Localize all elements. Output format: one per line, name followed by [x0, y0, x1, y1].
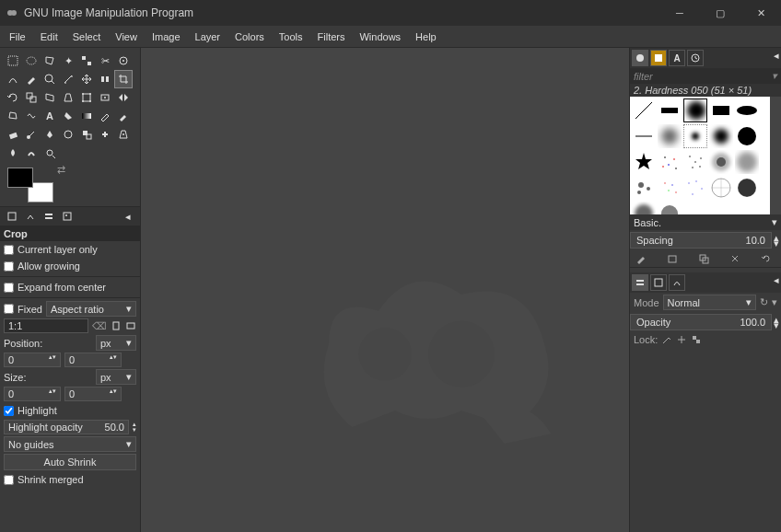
tool-blur[interactable]: [4, 144, 22, 162]
tool-pencil[interactable]: [96, 107, 114, 125]
tool-cage[interactable]: [4, 107, 22, 125]
tool-warp[interactable]: [22, 107, 41, 125]
layers-list[interactable]: [630, 347, 781, 532]
tool-bucket-fill[interactable]: [59, 107, 77, 125]
tab-menu-icon[interactable]: ◂: [120, 209, 136, 224]
position-x-input[interactable]: 0▴▾: [4, 353, 61, 367]
refresh-brush-icon[interactable]: [761, 253, 775, 264]
new-brush-icon[interactable]: [667, 253, 682, 264]
position-unit-combo[interactable]: px▾: [96, 335, 136, 351]
tool-by-color-select[interactable]: [77, 52, 96, 70]
tool-ellipse-select[interactable]: [22, 52, 41, 70]
spinner-icon[interactable]: ▴▾: [110, 354, 117, 365]
menu-windows[interactable]: Windows: [352, 29, 408, 45]
tool-scissors[interactable]: ✂: [96, 52, 114, 70]
highlight-opacity-slider[interactable]: Highlight opacity 50.0: [4, 420, 129, 434]
tab-menu-icon[interactable]: ◂: [774, 274, 779, 291]
menu-select[interactable]: Select: [65, 29, 109, 45]
tab-patterns[interactable]: [650, 50, 667, 66]
tab-history[interactable]: [687, 50, 704, 66]
highlight-checkbox[interactable]: [4, 406, 14, 416]
spinner-icon[interactable]: ▴▾: [772, 235, 781, 246]
menu-layer[interactable]: Layer: [188, 29, 228, 45]
fixed-checkbox[interactable]: [4, 304, 14, 314]
tool-foreground-select[interactable]: [114, 52, 133, 70]
tab-device-status[interactable]: [22, 209, 39, 224]
menu-image[interactable]: Image: [145, 29, 188, 45]
clear-icon[interactable]: ⌫: [92, 320, 107, 332]
spinner-icon[interactable]: ▴▾: [133, 422, 136, 433]
size-unit-combo[interactable]: px▾: [96, 369, 136, 385]
menu-filters[interactable]: Filters: [310, 29, 353, 45]
tool-flip[interactable]: [114, 88, 133, 107]
tool-align[interactable]: [96, 70, 114, 88]
fixed-mode-combo[interactable]: Aspect ratio▾: [46, 301, 136, 317]
landscape-icon[interactable]: [125, 320, 136, 331]
tool-perspective-clone[interactable]: [114, 125, 133, 144]
spacing-slider[interactable]: Spacing 10.0: [630, 232, 772, 249]
swap-colors-icon[interactable]: ⇄: [57, 164, 65, 176]
tab-tool-options[interactable]: [4, 209, 20, 224]
menu-colors[interactable]: Colors: [227, 29, 272, 45]
tool-gradient[interactable]: [77, 107, 96, 125]
close-button[interactable]: ✕: [740, 0, 781, 26]
tool-text[interactable]: A: [41, 107, 59, 125]
tool-mypaint[interactable]: [59, 125, 77, 144]
menu-view[interactable]: View: [108, 29, 145, 45]
brush-presets-combo[interactable]: Basic. ▾: [630, 214, 781, 230]
menu-tools[interactable]: Tools: [272, 29, 310, 45]
menu-file[interactable]: File: [2, 29, 33, 45]
tool-zoom[interactable]: [41, 70, 59, 88]
tab-fonts[interactable]: A: [669, 50, 685, 66]
tool-heal[interactable]: [96, 125, 114, 144]
spinner-icon[interactable]: ▴▾: [49, 354, 56, 365]
portrait-icon[interactable]: [111, 320, 122, 331]
delete-brush-icon[interactable]: [729, 253, 744, 264]
chevron-down-icon[interactable]: ▾: [772, 296, 777, 308]
tool-color-picker[interactable]: [22, 70, 41, 88]
tool-unified-transform[interactable]: [77, 88, 96, 107]
tool-perspective[interactable]: [59, 88, 77, 107]
spinner-icon[interactable]: ▴▾: [49, 388, 56, 399]
menu-help[interactable]: Help: [408, 29, 444, 45]
tool-move[interactable]: [77, 70, 96, 88]
tool-rect-select[interactable]: [4, 52, 22, 70]
tool-paths[interactable]: [4, 70, 22, 88]
guides-combo[interactable]: No guides▾: [4, 436, 136, 452]
lock-pixels-icon[interactable]: [661, 334, 672, 345]
ratio-field[interactable]: 1:1: [4, 318, 88, 333]
brush-grid[interactable]: [630, 97, 781, 214]
tool-crop[interactable]: [114, 70, 133, 88]
tab-menu-icon[interactable]: ◂: [774, 50, 779, 66]
tool-dodge[interactable]: [41, 144, 59, 162]
allow-growing-checkbox[interactable]: [4, 261, 14, 272]
tab-images[interactable]: [59, 209, 76, 224]
spinner-icon[interactable]: ▴▾: [772, 317, 781, 328]
fg-color[interactable]: [7, 168, 33, 188]
tool-handle-transform[interactable]: [96, 88, 114, 107]
tool-smudge[interactable]: [22, 144, 41, 162]
expand-center-checkbox[interactable]: [4, 283, 14, 293]
opacity-slider[interactable]: Opacity 100.0: [630, 314, 772, 330]
brush-filter[interactable]: filter ▾: [630, 68, 781, 84]
tab-brushes[interactable]: [632, 50, 648, 66]
shrink-merged-checkbox[interactable]: [4, 475, 14, 485]
tool-shear[interactable]: [41, 88, 59, 107]
spinner-icon[interactable]: ▴▾: [110, 388, 117, 399]
mode-reset-icon[interactable]: ↻: [760, 296, 768, 308]
lock-position-icon[interactable]: [676, 334, 687, 345]
tab-layers[interactable]: [632, 274, 648, 291]
tool-paintbrush[interactable]: [114, 107, 133, 125]
tool-eraser[interactable]: [4, 125, 22, 144]
tab-undo-history[interactable]: [41, 209, 57, 224]
tool-ink[interactable]: [41, 125, 59, 144]
size-w-input[interactable]: 0▴▾: [4, 387, 61, 401]
tool-free-select[interactable]: [41, 52, 59, 70]
lock-alpha-icon[interactable]: [691, 334, 702, 345]
size-h-input[interactable]: 0▴▾: [64, 387, 122, 401]
tool-rotate[interactable]: [4, 88, 22, 107]
tab-channels[interactable]: [650, 274, 667, 291]
tool-airbrush[interactable]: [22, 125, 41, 144]
minimize-button[interactable]: ─: [659, 0, 700, 26]
auto-shrink-button[interactable]: Auto Shrink: [4, 454, 136, 470]
